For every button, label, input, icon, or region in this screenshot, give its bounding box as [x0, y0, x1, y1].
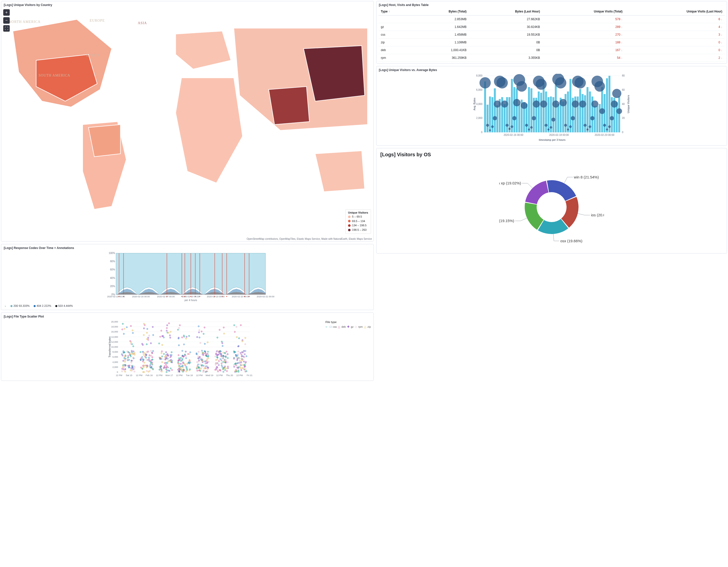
svg-point-329 [169, 335, 171, 336]
response-legend-item[interactable]: 503 4.444% [55, 304, 73, 307]
svg-point-189 [143, 323, 145, 325]
svg-text:16,000: 16,000 [111, 331, 118, 333]
scatter-legend-item[interactable]: ◇rpm [355, 325, 363, 329]
svg-point-787 [489, 129, 491, 131]
scatter-chart[interactable]: 02,0004,0006,0008,00010,00012,00014,0001… [3, 320, 371, 378]
svg-point-833 [599, 108, 605, 114]
svg-point-216 [142, 359, 143, 360]
svg-point-544 [224, 366, 226, 367]
response-title: [Logs] Response Codes Over Time + Annota… [1, 244, 373, 251]
svg-point-194 [143, 355, 144, 356]
svg-point-86 [134, 371, 135, 372]
svg-rect-731 [489, 96, 491, 132]
table-header[interactable]: Unique Visits (Last Hour) [625, 8, 725, 15]
svg-text:2020-02-18 00:00: 2020-02-18 00:00 [182, 295, 200, 298]
scatter-legend-item[interactable]: △zip [364, 325, 371, 329]
svg-point-124 [123, 361, 124, 362]
world-map[interactable]: + − ⛶ [1, 8, 373, 241]
svg-point-536 [218, 361, 219, 362]
svg-point-534 [226, 371, 227, 372]
table-header[interactable]: Type [378, 8, 413, 15]
svg-point-98 [122, 355, 123, 356]
svg-point-449 [204, 327, 205, 328]
svg-point-284 [161, 330, 162, 332]
svg-point-187 [144, 362, 145, 363]
svg-point-224 [144, 325, 146, 326]
donut-chart[interactable]: win 8 (21.54%)ios (20.63%)osx (19.66%)wi… [499, 158, 604, 253]
crop-button[interactable]: ⛶ [3, 25, 10, 32]
svg-text:win xp (19.02%): win xp (19.02%) [499, 181, 521, 185]
svg-point-398 [178, 366, 180, 367]
svg-point-341 [182, 359, 183, 360]
table-header[interactable]: Unique Visits (Total) [542, 8, 625, 15]
svg-point-114 [122, 371, 123, 372]
svg-text:12 PM: 12 PM [136, 374, 142, 377]
svg-point-456 [203, 370, 204, 371]
panel-host-table: [Logs] Host, Visits and Bytes Table Type… [376, 1, 727, 64]
svg-point-810 [545, 124, 548, 127]
table-row[interactable]: css1.458MB19.551KB2703 [378, 31, 725, 39]
table-row[interactable]: deb1,000.41KB0B1670 [378, 46, 725, 54]
table-row[interactable]: zip1.108MB0B1880 [378, 39, 725, 46]
svg-point-287 [164, 366, 165, 367]
zoom-out-button[interactable]: − [3, 17, 10, 24]
svg-point-795 [508, 128, 510, 130]
map-legend-row: 198.5 – 263 [348, 228, 368, 232]
legend-toggle-icon[interactable]: ⌄ [4, 304, 6, 307]
svg-point-644 [239, 362, 240, 363]
svg-point-454 [203, 334, 204, 335]
svg-point-834 [603, 124, 606, 127]
zoom-in-button[interactable]: + [3, 9, 10, 16]
svg-text:60: 60 [622, 88, 625, 91]
svg-point-811 [547, 129, 549, 131]
svg-point-87 [122, 368, 123, 370]
scatter-legend-item[interactable]: △deb [338, 325, 346, 329]
svg-point-565 [227, 368, 229, 369]
scatter-legend-item[interactable]: □css [330, 325, 337, 329]
map-legend-row: 69.5 – 134 [348, 219, 368, 223]
svg-point-820 [569, 125, 572, 128]
table-row[interactable]: rpm361.259KB3.355KB542 [378, 54, 725, 62]
svg-point-383 [177, 369, 179, 370]
svg-point-355 [182, 337, 183, 338]
svg-point-652 [240, 325, 241, 326]
uniq-bytes-chart[interactable]: 02,0004,0006,0008,0000204060802020-02-16… [378, 74, 725, 142]
table-header[interactable]: Bytes (Last Hour) [469, 8, 543, 15]
response-legend-item[interactable]: 404 2.222% [34, 304, 51, 307]
svg-point-551 [217, 337, 218, 339]
response-chart[interactable]: 0%20%40%60%80%100%*************2020-02-1… [3, 252, 371, 302]
response-legend-item[interactable]: 200 93.333% [10, 304, 30, 307]
svg-rect-759 [557, 104, 559, 133]
scatter-legend-item[interactable]: ✚gz [347, 325, 354, 329]
table-row[interactable]: 2.853MB27.662KB5786 [378, 15, 725, 23]
svg-point-231 [152, 357, 153, 358]
svg-text:8,000: 8,000 [476, 74, 482, 77]
svg-point-158 [134, 354, 135, 356]
svg-text:2020-02-21 00:00: 2020-02-21 00:00 [257, 295, 274, 298]
svg-point-447 [204, 368, 205, 369]
scatter-legend-item[interactable]: ○ [325, 325, 328, 329]
svg-point-468 [200, 364, 201, 365]
svg-point-157 [132, 330, 133, 331]
svg-point-139 [123, 334, 125, 335]
svg-point-342 [184, 363, 185, 365]
svg-point-105 [124, 366, 125, 368]
svg-rect-763 [567, 91, 569, 132]
svg-point-491 [199, 330, 200, 331]
svg-text:2020-02-20 00:00: 2020-02-20 00:00 [232, 295, 249, 298]
table-row[interactable]: gz1.642MB30.824KB2894 [378, 23, 725, 31]
svg-point-794 [506, 124, 509, 127]
svg-point-347 [186, 371, 187, 372]
svg-point-74 [134, 353, 135, 354]
svg-text:Unique Visitors: Unique Visitors [627, 95, 630, 113]
svg-text:100%: 100% [109, 252, 115, 254]
svg-point-232 [147, 338, 149, 339]
svg-text:4,000: 4,000 [112, 361, 118, 363]
svg-point-613 [243, 351, 244, 352]
svg-point-524 [222, 358, 223, 359]
svg-point-153 [130, 341, 131, 342]
table-header[interactable]: Bytes (Total) [413, 8, 469, 15]
svg-rect-751 [538, 91, 540, 132]
svg-point-267 [161, 353, 162, 354]
svg-point-552 [227, 362, 228, 363]
